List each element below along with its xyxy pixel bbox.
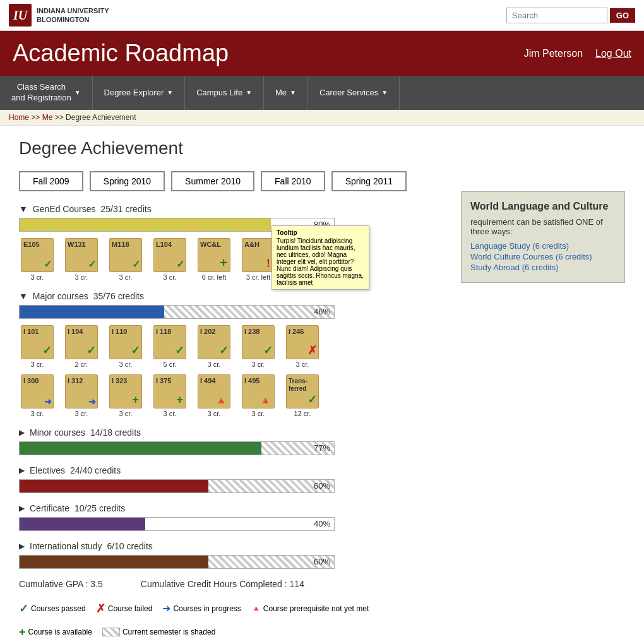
tab-fall-2009[interactable]: Fall 2009 [19,171,83,191]
minor-arrow-icon[interactable]: ▶ [19,428,25,437]
book-icon-L104[interactable]: L104 ✓ [153,238,186,272]
side-panel-study-abroad[interactable]: Study Abroad (6 credits) [470,263,616,272]
book-icon-I300[interactable]: I 300 ➜ [21,374,54,408]
book-icon-I101[interactable]: I 101 ✓ [21,325,54,359]
gpa-section: Cumulative GPA : 3.5 Cumulative Credit H… [19,579,442,589]
international-progress-wrap: 60% [19,555,442,569]
gened-credits: 25/31 credits [100,204,151,214]
credits-W131: 3 cr. [75,273,88,281]
minor-header: ▶ Minor courses 14/18 credits [19,427,442,438]
nav-me[interactable]: Me ▼ [264,76,308,110]
credits-L104: 3 cr. [164,273,177,281]
legend-cross-label: Course failed [108,604,153,613]
credits-I323: 3 cr. [119,410,133,417]
book-icon-WCL[interactable]: WC&L + [198,238,230,272]
gened-progress-fill [20,218,271,231]
legend-cone-icon: 🔺 [251,604,261,613]
go-button[interactable]: GO [610,8,635,23]
gened-arrow-icon[interactable]: ▼ [19,204,28,214]
plus-icon-WCL: + [220,256,227,270]
certificate-progress-bar: 40% [19,517,335,531]
book-icon-I238[interactable]: I 238 ✓ [242,325,275,359]
main-content: Degree Achievement Fall 2009 Spring 2010… [0,126,644,644]
check-icon-I101: ✓ [42,343,52,357]
breadcrumb-home[interactable]: Home [9,113,29,122]
book-icon-AH[interactable]: A&H ! [242,238,275,272]
university-name: INDIANA UNIVERSITY BLOOMINGTON [37,6,109,25]
left-area: ▼ GenEd Courses 25/31 credits 80% E105 [19,204,442,639]
logout-button[interactable]: Log Out [595,48,631,59]
book-icon-I118[interactable]: I 118 ✓ [153,325,186,359]
tooltip-text: Turpis! Tincidunt adipiscing lundium fac… [277,237,364,286]
minor-section: ▶ Minor courses 14/18 credits 77% [19,427,442,455]
credits-I101: 3 cr. [31,361,44,368]
course-M118: M118 ✓ 3 cr. [107,238,144,281]
book-icon-transferred[interactable]: Trans-ferred ✓ [286,374,319,408]
nav-class-search-label: Class Searchand Registration [11,82,71,104]
side-panel-text: requirement can be satisfied ONE of thre… [470,217,616,236]
book-icon-I323[interactable]: I 323 + [109,374,142,408]
major-credits: 35/76 credits [93,291,144,301]
book-icon-I375[interactable]: I 375 + [153,374,186,408]
electives-progress-label: 60% [314,481,330,491]
electives-section: ▶ Electives 24/40 credits 60% [19,465,442,493]
nav-class-search-arrow: ▼ [75,88,81,97]
course-I101: I 101 ✓ 3 cr. [19,325,56,368]
gened-section: ▼ GenEd Courses 25/31 credits 80% E105 [19,204,442,281]
legend: ✓ Courses passed ✗ Course failed ➜ Cours… [19,602,442,639]
legend-check-icon: ✓ [19,602,28,616]
electives-progress-wrap: 60% [19,479,442,493]
side-panel-world-culture[interactable]: World Culture Courses (6 credits) [470,252,616,261]
check-icon-I110: ✓ [131,343,140,357]
nav-campus-life[interactable]: Campus Life ▼ [185,76,264,110]
book-icon-W131[interactable]: W131 ✓ [65,238,98,272]
certificate-arrow-icon[interactable]: ▶ [19,504,25,513]
book-icon-I246[interactable]: I 246 ✗ [286,325,319,359]
book-icon-I202[interactable]: I 202 ✓ [198,325,230,359]
legend-arrow-label: Courses in progress [173,604,241,613]
breadcrumb-me[interactable]: Me [42,113,53,122]
electives-arrow-icon[interactable]: ▶ [19,466,25,475]
legend-cross-icon: ✗ [96,602,105,616]
tab-spring-2010[interactable]: Spring 2010 [90,171,165,191]
nav-class-search[interactable]: Class Searchand Registration ▼ [0,76,93,110]
book-icon-I495[interactable]: I 495 🔺 [242,374,275,408]
international-arrow-icon[interactable]: ▶ [19,542,25,551]
tooltip-box: Tooltip Turpis! Tincidunt adipiscing lun… [271,225,369,290]
course-I495: I 495 🔺 3 cr. [240,374,277,417]
major-arrow-icon[interactable]: ▼ [19,291,28,301]
page-header-title: Academic Roadmap [13,40,229,67]
nav-career-services[interactable]: Career Services ▼ [308,76,400,110]
page-title: Degree Achievement [19,138,625,158]
search-area: GO [506,8,635,23]
nav-degree-explorer-arrow: ▼ [167,89,173,96]
legend-plus-label: Course is available [28,628,92,636]
iu-logo-icon: IU [9,4,32,27]
course-I118: I 118 ✓ 5 cr. [152,325,188,368]
cumulative-credits: Cumulative Credit Hours Completed : 114 [141,579,304,589]
minor-progress-wrap: 77% [19,441,442,455]
tab-summer-2010[interactable]: Summer 2010 [171,171,254,191]
check-icon-I238: ✓ [263,343,273,357]
credits-M118: 3 cr. [119,273,133,281]
international-progress-fill [20,556,208,568]
tab-spring-2011[interactable]: Spring 2011 [331,171,407,191]
legend-arrow-icon: ➜ [162,602,170,614]
minor-progress-label: 77% [314,443,330,453]
book-icon-I110[interactable]: I 110 ✓ [109,325,142,359]
side-panel-title: World Language and Culture [470,201,616,212]
search-input[interactable] [506,8,607,23]
book-icon-I312[interactable]: I 312 ➜ [65,374,98,408]
certificate-progress-label: 40% [314,519,330,528]
legend-cone: 🔺 Course prerequisite not yet met [251,604,369,613]
tab-fall-2010[interactable]: Fall 2010 [261,171,325,191]
major-progress-bar: 46% [19,305,335,319]
check-icon-L104: ✓ [176,258,184,270]
nav-degree-explorer[interactable]: Degree Explorer ▼ [93,76,186,110]
book-icon-I494[interactable]: I 494 🔺 [198,374,230,408]
plus-icon-I375: + [176,393,183,407]
book-icon-I104[interactable]: I 104 ✓ [65,325,98,359]
book-icon-E105[interactable]: E105 ✓ [21,238,54,272]
side-panel-language-study[interactable]: Language Study (6 credits) [470,241,616,251]
book-icon-M118[interactable]: M118 ✓ [109,238,142,272]
